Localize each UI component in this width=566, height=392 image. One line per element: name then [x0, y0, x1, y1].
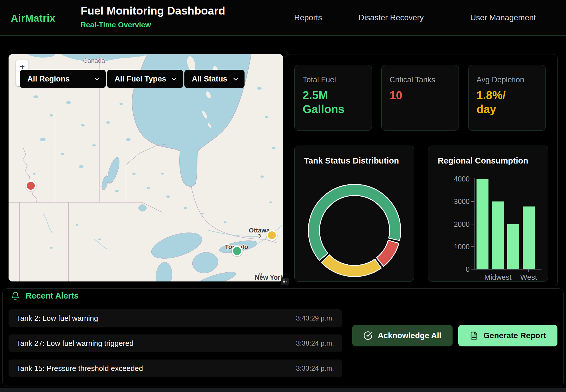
- filter-status-dropdown[interactable]: All Status: [184, 70, 245, 88]
- map-panel[interactable]: Canada Ottawa Toronto New York + − All R…: [9, 54, 283, 281]
- check-circle-icon: [363, 331, 372, 340]
- alert-row: Tank 15: Pressure threshold exceeded 3:3…: [9, 360, 342, 377]
- acknowledge-all-label: Acknowledge All: [378, 331, 441, 340]
- map-label-newyork: New York: [255, 274, 283, 281]
- map-canvas[interactable]: Canada Ottawa Toronto New York: [9, 54, 283, 281]
- alert-message: Tank 15: Pressure threshold exceeded: [17, 364, 143, 373]
- svg-text:4000: 4000: [454, 175, 470, 183]
- svg-text:West: West: [520, 273, 538, 281]
- svg-text:Midwest: Midwest: [484, 273, 512, 281]
- chevron-down-icon: [172, 77, 177, 81]
- chart-title: Tank Status Distribution: [304, 156, 399, 166]
- filter-fuel-types-value: All Fuel Types: [115, 75, 166, 83]
- stat-label: Avg Depletion: [477, 75, 538, 84]
- metrics-panel: Total Fuel 2.5MGallons Critical Tanks 10…: [285, 54, 558, 286]
- filter-status-value: All Status: [192, 75, 227, 83]
- stat-card: Total Fuel 2.5MGallons: [294, 65, 372, 131]
- nav-disaster-recovery[interactable]: Disaster Recovery: [359, 13, 424, 22]
- stat-value: 2.5MGallons: [303, 88, 364, 116]
- header: AirMatrix Fuel Monitoring Dashboard Real…: [0, 0, 566, 36]
- alert-timestamp: 3:38:24 p.m.: [296, 339, 334, 347]
- nav-user-management[interactable]: User Management: [470, 13, 536, 22]
- alert-timestamp: 3:43:29 p.m.: [296, 314, 334, 322]
- stat-card: Avg Depletion 1.8%/day: [468, 65, 546, 131]
- grid-handle-icon[interactable]: [281, 278, 289, 285]
- stat-label: Total Fuel: [303, 75, 364, 84]
- stat-value: 1.8%/day: [477, 88, 538, 116]
- map-label-country: Canada: [83, 57, 105, 64]
- stat-card: Critical Tanks 10: [381, 65, 459, 131]
- page-title: Fuel Monitoring Dashboard: [81, 5, 225, 17]
- map-marker-warning[interactable]: [266, 230, 277, 241]
- window-bottom-strip: [0, 388, 566, 392]
- ottawa-city-dot: [258, 234, 261, 237]
- tank-status-chart-card: Tank Status Distribution: [294, 146, 414, 282]
- alert-row: Tank 27: Low fuel warning triggered 3:38…: [9, 334, 342, 352]
- alert-message: Tank 27: Low fuel warning triggered: [17, 339, 133, 348]
- map-marker-normal[interactable]: [232, 246, 243, 256]
- svg-text:2000: 2000: [454, 220, 470, 228]
- svg-text:1000: 1000: [454, 243, 470, 251]
- svg-text:3000: 3000: [454, 197, 470, 205]
- svg-text:0: 0: [466, 265, 470, 273]
- stat-value: 10: [390, 88, 451, 102]
- generate-report-label: Generate Report: [483, 331, 546, 340]
- alerts-header: Recent Alerts: [11, 291, 79, 301]
- page-subtitle: Real-Time Overview: [81, 21, 151, 29]
- filter-fuel-types-dropdown[interactable]: All Fuel Types: [107, 70, 183, 88]
- generate-report-button[interactable]: Generate Report: [458, 325, 557, 346]
- brand-logo: AirMatrix: [11, 13, 55, 24]
- map-marker-critical[interactable]: [25, 180, 36, 191]
- stat-label: Critical Tanks: [390, 75, 451, 84]
- bell-icon: [11, 291, 20, 301]
- filter-regions-value: All Regions: [27, 75, 70, 83]
- alert-timestamp: 3:33:24 p.m.: [296, 364, 334, 372]
- alerts-title: Recent Alerts: [26, 291, 79, 301]
- chevron-down-icon: [94, 77, 99, 81]
- alert-message: Tank 2: Low fuel warning: [17, 314, 98, 323]
- alert-row: Tank 2: Low fuel warning 3:43:29 p.m.: [9, 309, 342, 327]
- acknowledge-all-button[interactable]: Acknowledge All: [352, 325, 453, 346]
- chevron-down-icon: [233, 77, 238, 81]
- regional-consumption-chart-card: Regional Consumption 01000200030004000Mi…: [428, 146, 548, 282]
- document-icon: [470, 331, 478, 340]
- regional-consumption-bar-chart: 01000200030004000MidwestWest: [428, 146, 548, 282]
- filter-regions-dropdown[interactable]: All Regions: [20, 70, 106, 88]
- nav-reports[interactable]: Reports: [294, 13, 322, 22]
- tank-status-donut-chart: [308, 183, 402, 277]
